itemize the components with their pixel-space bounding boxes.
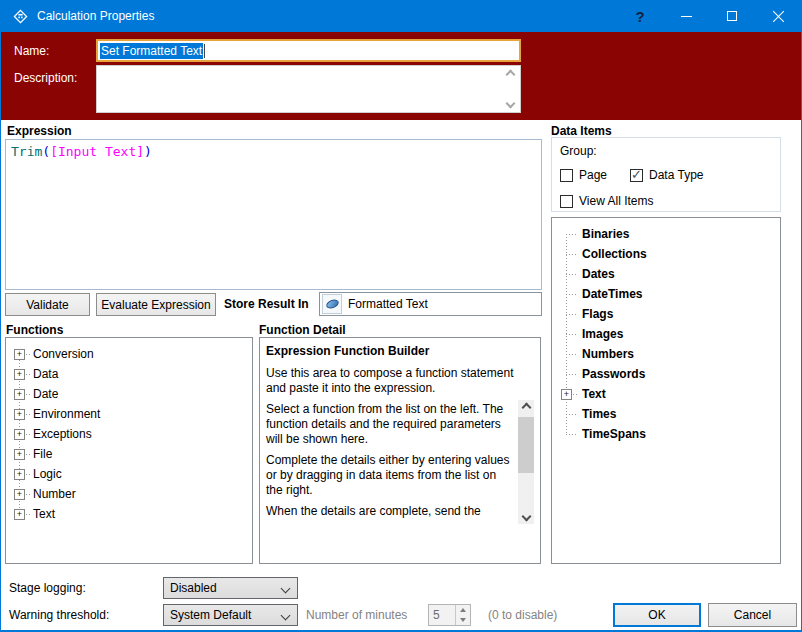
expand-icon[interactable]: +: [14, 349, 25, 360]
store-result-value: Formatted Text: [348, 297, 428, 311]
title-bar: Calculation Properties ?: [1, 0, 801, 32]
minutes-value: 5: [429, 605, 455, 625]
description-scrollbar[interactable]: [503, 68, 518, 110]
name-label: Name:: [14, 44, 49, 58]
description-input[interactable]: [96, 65, 521, 113]
cancel-button[interactable]: Cancel: [708, 603, 797, 627]
function-group-data[interactable]: +Data: [6, 364, 252, 384]
function-detail-panel: Expression Function Builder Use this are…: [259, 337, 541, 564]
maximize-button[interactable]: [709, 0, 755, 32]
spin-up-button: [456, 605, 470, 615]
tree-stub: [26, 354, 32, 355]
functions-tree: +Conversion +Data +Date +Environment +Ex…: [5, 337, 253, 564]
expand-icon[interactable]: +: [14, 369, 25, 380]
function-group-exceptions[interactable]: +Exceptions: [6, 424, 252, 444]
function-group-file[interactable]: +File: [6, 444, 252, 464]
tree-stub: [566, 334, 578, 335]
tree-stub: [26, 374, 32, 375]
spinner-buttons: [455, 605, 470, 625]
calculation-stage-icon: [12, 8, 29, 25]
store-result-in-label: Store Result In: [224, 297, 309, 311]
scroll-down-icon: [521, 512, 531, 522]
stage-logging-label: Stage logging:: [9, 581, 86, 595]
function-group-text[interactable]: +Text: [6, 504, 252, 524]
evaluate-expression-button[interactable]: Evaluate Expression: [96, 293, 216, 316]
text-caret: [204, 44, 205, 58]
data-type-node-text[interactable]: + Text: [552, 384, 780, 404]
tree-stub: [566, 254, 578, 255]
function-group-date[interactable]: +Date: [6, 384, 252, 404]
data-type-node-binaries[interactable]: Binaries: [552, 224, 780, 244]
scrollbar-thumb[interactable]: [518, 417, 534, 473]
help-paragraph: When the details are complete, send the: [266, 504, 512, 519]
data-item-icon: [324, 298, 339, 310]
function-group-logic[interactable]: +Logic: [6, 464, 252, 484]
spin-down-button: [456, 615, 470, 625]
dialog-body: Expression Trim([Input Text]) Validate E…: [1, 120, 801, 630]
tree-stub: [26, 414, 32, 415]
data-type-node-passwords[interactable]: Passwords: [552, 364, 780, 384]
data-type-node-images[interactable]: Images: [552, 324, 780, 344]
detail-scrollbar[interactable]: [518, 400, 534, 524]
number-of-minutes-label: Number of minutes: [306, 608, 407, 622]
stage-logging-select[interactable]: Disabled: [163, 577, 298, 599]
tree-stub: [566, 414, 578, 415]
help-paragraph: Select a function from the list on the l…: [266, 402, 512, 447]
function-group-environment[interactable]: +Environment: [6, 404, 252, 424]
expression-token-open-paren: (: [42, 144, 50, 159]
expand-icon[interactable]: +: [14, 429, 25, 440]
data-items-tree: Binaries Collections Dates DateTimes Fla…: [551, 217, 781, 564]
function-detail-label: Function Detail: [259, 323, 346, 337]
tree-stub: [566, 314, 578, 315]
data-type-node-collections[interactable]: Collections: [552, 244, 780, 264]
function-group-number[interactable]: +Number: [6, 484, 252, 504]
group-by-page-checkbox[interactable]: Page: [560, 168, 607, 182]
maximize-icon: [727, 11, 737, 21]
validate-button[interactable]: Validate: [5, 293, 90, 316]
spin-down-icon: [460, 618, 466, 622]
data-type-node-times[interactable]: Times: [552, 404, 780, 424]
data-type-node-numbers[interactable]: Numbers: [552, 344, 780, 364]
expand-icon[interactable]: +: [14, 389, 25, 400]
ok-button[interactable]: OK: [613, 603, 701, 627]
tree-stub: [566, 294, 578, 295]
minimize-button[interactable]: [663, 0, 709, 32]
data-type-node-dates[interactable]: Dates: [552, 264, 780, 284]
expression-editor[interactable]: Trim([Input Text]): [5, 139, 542, 290]
expand-icon[interactable]: +: [561, 389, 572, 400]
help-paragraph: Complete the details either by entering …: [266, 453, 512, 498]
tree-stub: [26, 474, 32, 475]
tree-stub: [566, 354, 578, 355]
close-button[interactable]: [755, 0, 801, 32]
checkbox-checked: ✓: [630, 169, 643, 182]
data-type-node-datetimes[interactable]: DateTimes: [552, 284, 780, 304]
expression-token-close-paren: ): [144, 144, 152, 159]
help-button[interactable]: ?: [617, 0, 663, 32]
warning-threshold-select[interactable]: System Default: [163, 604, 298, 626]
tree-stub: [26, 514, 32, 515]
data-type-node-flags[interactable]: Flags: [552, 304, 780, 324]
view-all-items-checkbox[interactable]: View All Items: [560, 194, 653, 208]
expand-icon[interactable]: +: [14, 409, 25, 420]
tree-stub: [26, 454, 32, 455]
warning-threshold-label: Warning threshold:: [9, 608, 109, 622]
tree-stub: [26, 494, 32, 495]
name-input[interactable]: Set Formatted Text: [96, 39, 521, 62]
scroll-up-icon: [506, 70, 516, 80]
store-result-field[interactable]: Formatted Text: [319, 292, 542, 316]
tree-stub: [566, 374, 578, 375]
chevron-down-icon: [281, 584, 291, 594]
function-group-conversion[interactable]: +Conversion: [6, 344, 252, 364]
expand-icon[interactable]: +: [14, 509, 25, 520]
data-item-picker-button[interactable]: [322, 294, 342, 314]
expand-icon[interactable]: +: [14, 449, 25, 460]
scroll-up-button[interactable]: [518, 400, 534, 415]
expand-icon[interactable]: +: [14, 469, 25, 480]
tree-stub: [566, 234, 578, 235]
expression-label: Expression: [7, 124, 72, 138]
expand-icon[interactable]: +: [14, 489, 25, 500]
scroll-down-button[interactable]: [518, 509, 534, 524]
group-by-data-type-checkbox[interactable]: ✓ Data Type: [630, 168, 703, 182]
data-type-node-timespans[interactable]: TimeSpans: [552, 424, 780, 444]
data-items-label: Data Items: [551, 124, 612, 138]
